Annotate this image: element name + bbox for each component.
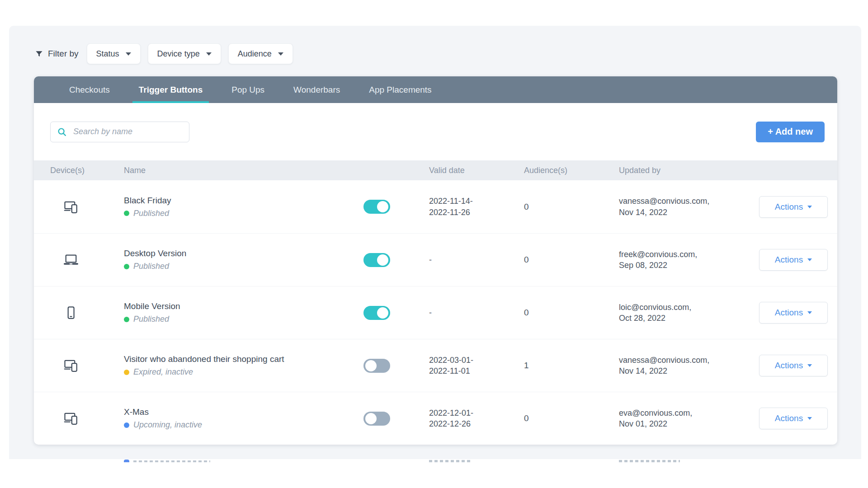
table-row: Visitor who abandoned their shopping car… [34, 339, 837, 392]
actions-button[interactable]: Actions [759, 408, 828, 429]
clipped-updated-text [619, 460, 680, 462]
desktop-mobile-icon [63, 410, 79, 427]
table-toolbar: + Add new [34, 103, 837, 160]
audience-filter-dropdown[interactable]: Audience [228, 43, 293, 64]
chevron-down-icon [126, 52, 131, 56]
updated-by: freek@convious.com,Sep 08, 2022 [619, 249, 759, 271]
clipped-status-text [133, 460, 210, 462]
status-toggle[interactable] [363, 412, 390, 426]
status-label: Published [133, 209, 169, 218]
status-dot [124, 211, 129, 216]
table-row: Desktop Version Published - 0 freek@conv… [34, 233, 837, 286]
actions-button[interactable]: Actions [759, 302, 828, 324]
status-filter-dropdown[interactable]: Status [87, 43, 141, 64]
chevron-down-icon [206, 52, 212, 56]
tab-app-placements[interactable]: App Placements [363, 76, 438, 103]
placement-name: Desktop Version [124, 249, 363, 258]
updated-by: vanessa@convious.com,Nov 14, 2022 [619, 196, 759, 218]
search-icon [57, 127, 67, 137]
search-input[interactable] [73, 127, 183, 136]
updated-by: loic@convious.com,Oct 28, 2022 [619, 302, 759, 324]
tab-wonderbars[interactable]: Wonderbars [287, 76, 346, 103]
status-dot [124, 370, 129, 375]
audiences-count: 1 [524, 361, 619, 371]
chevron-down-icon [278, 52, 283, 56]
actions-button[interactable]: Actions [759, 196, 828, 218]
column-header-devices: Device(s) [50, 166, 124, 175]
valid-date: - [429, 307, 524, 318]
column-header-valid-date: Valid date [429, 166, 524, 175]
valid-date: 2022-12-01-2022-12-26 [429, 408, 524, 430]
status-label: Published [133, 314, 169, 324]
placement-name: Black Friday [124, 196, 363, 206]
audiences-count: 0 [524, 308, 619, 318]
status-dot [124, 422, 129, 428]
filter-funnel-icon [35, 50, 43, 58]
valid-date: 2022-11-14-2022-11-26 [429, 196, 524, 218]
filter-by-label: Filter by [35, 49, 79, 59]
search-box [50, 122, 189, 142]
actions-button[interactable]: Actions [759, 249, 828, 271]
valid-date: 2022-03-01-2022-11-01 [429, 355, 524, 377]
updated-by: eva@convious.com,Nov 01, 2022 [619, 408, 759, 430]
tab-checkouts[interactable]: Checkouts [63, 76, 116, 103]
placements-card: Checkouts Trigger Buttons Pop Ups Wonder… [34, 76, 837, 445]
status-toggle[interactable] [363, 200, 390, 214]
chevron-down-icon [807, 311, 812, 314]
status-label: Published [133, 262, 169, 271]
table-row: Black Friday Published 2022-11-14-2022-1… [34, 180, 837, 233]
updated-by: vanessa@convious.com,Nov 14, 2022 [619, 355, 759, 377]
audiences-count: 0 [524, 255, 619, 265]
tab-pop-ups[interactable]: Pop Ups [225, 76, 271, 103]
audiences-count: 0 [524, 413, 619, 423]
placement-name: Visitor who abandoned their shopping car… [124, 354, 363, 364]
chevron-down-icon [807, 206, 812, 208]
status-dot [124, 460, 129, 462]
chevron-down-icon [807, 417, 812, 420]
device-type-filter-dropdown[interactable]: Device type [148, 43, 221, 64]
chevron-down-icon [807, 364, 812, 367]
actions-button[interactable]: Actions [759, 355, 828, 376]
laptop-icon [63, 252, 79, 268]
placement-name: X-Mas [124, 407, 363, 417]
placement-name: Mobile Version [124, 301, 363, 311]
add-new-button[interactable]: + Add new [756, 122, 825, 142]
status-dot [124, 317, 129, 322]
table-body: Black Friday Published 2022-11-14-2022-1… [34, 180, 837, 445]
column-header-name: Name [124, 166, 363, 175]
table-row: X-Mas Upcoming, inactive 2022-12-01-2022… [34, 392, 837, 445]
chevron-down-icon [807, 258, 812, 261]
partial-next-row [34, 459, 837, 462]
audiences-count: 0 [524, 202, 619, 212]
tab-bar: Checkouts Trigger Buttons Pop Ups Wonder… [34, 76, 837, 103]
desktop-mobile-icon [63, 199, 79, 215]
status-dot [124, 264, 129, 269]
status-label: Upcoming, inactive [133, 420, 202, 430]
content-panel: Filter by Status Device type Audience Ch… [9, 26, 861, 459]
column-header-audiences: Audience(s) [524, 166, 619, 175]
status-toggle[interactable] [363, 359, 390, 373]
phone-icon [63, 305, 79, 321]
table-row: Mobile Version Published - 0 loic@convio… [34, 286, 837, 339]
tab-trigger-buttons[interactable]: Trigger Buttons [132, 76, 209, 103]
desktop-mobile-icon [63, 357, 79, 374]
table-header: Device(s) Name Valid date Audience(s) Up… [34, 160, 837, 180]
clipped-date-text [429, 460, 472, 462]
status-toggle[interactable] [363, 253, 390, 267]
status-label: Expired, inactive [133, 367, 193, 377]
column-header-updated-by: Updated by [619, 166, 759, 175]
status-toggle[interactable] [363, 306, 390, 320]
filter-bar: Filter by Status Device type Audience [35, 43, 300, 64]
valid-date: - [429, 254, 524, 265]
